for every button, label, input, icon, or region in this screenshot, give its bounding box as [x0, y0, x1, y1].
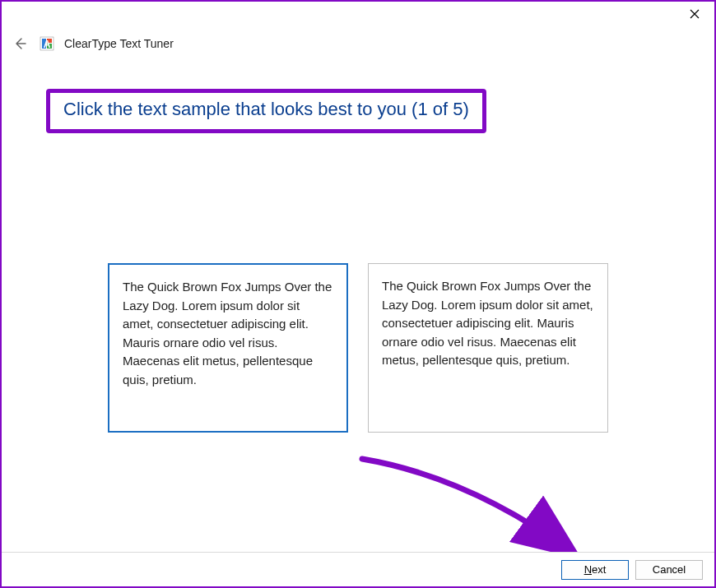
- text-sample-1[interactable]: The Quick Brown Fox Jumps Over the Lazy …: [108, 263, 348, 433]
- close-button[interactable]: [685, 4, 704, 24]
- sample-text: The Quick Brown Fox Jumps Over the Lazy …: [382, 279, 593, 367]
- back-button[interactable]: [10, 34, 30, 53]
- page-heading: Click the text sample that looks best to…: [63, 99, 469, 119]
- next-button[interactable]: Next: [561, 560, 629, 580]
- svg-text:A: A: [44, 39, 51, 50]
- cancel-button[interactable]: Cancel: [635, 560, 703, 580]
- sample-text: The Quick Brown Fox Jumps Over the Lazy …: [123, 280, 332, 387]
- heading-highlight-box: Click the text sample that looks best to…: [46, 89, 486, 133]
- text-sample-2[interactable]: The Quick Brown Fox Jumps Over the Lazy …: [368, 263, 608, 433]
- app-icon: A: [40, 36, 54, 51]
- window-title: ClearType Text Tuner: [64, 37, 174, 50]
